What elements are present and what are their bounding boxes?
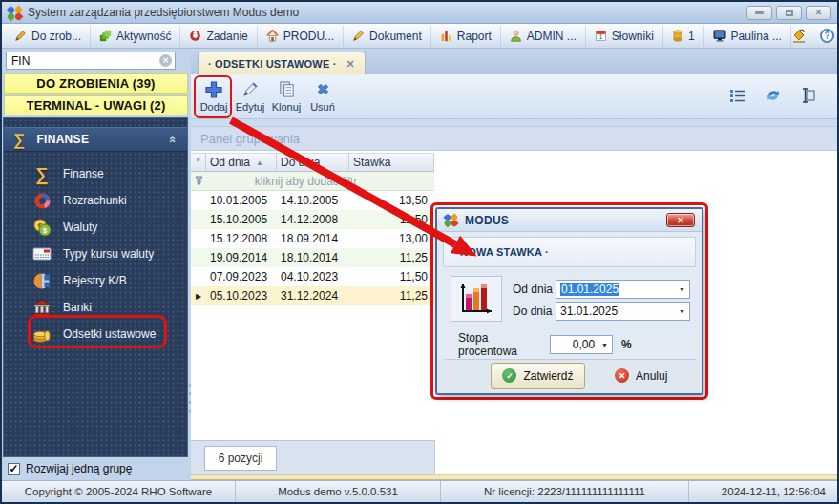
- maximize-button[interactable]: [776, 6, 802, 20]
- style-paint-icon[interactable]: [791, 29, 807, 43]
- nav-search-box[interactable]: ✕: [6, 52, 176, 70]
- new-rate-dialog: MODUS ✕ · NOWA STAWKA · Od dnia 01.01.20…: [435, 207, 703, 395]
- add-button[interactable]: Dodaj: [196, 76, 232, 117]
- status-bar: Copyright © 2005-2024 RHO Software Modus…: [2, 480, 837, 502]
- column-header-do-dnia[interactable]: Do dnia: [277, 154, 349, 171]
- cell-do-dnia: 04.10.2023: [277, 270, 349, 284]
- minimize-icon: [755, 11, 764, 14]
- application-window: System zarządzania przedsiębiorstwem Mod…: [0, 0, 839, 504]
- row-count-badge: 6 pozycji: [204, 446, 277, 471]
- sidebar-item-rejestry-kb[interactable]: Rejestry K/B: [4, 267, 187, 294]
- user-icon: [510, 30, 522, 42]
- sigma-icon: ∑: [13, 132, 25, 148]
- column-header-od-dnia[interactable]: Od dnia ▲: [206, 154, 277, 171]
- sidebar-item-typy-kursu-waluty[interactable]: Typy kursu waluty: [4, 241, 187, 267]
- chevron-down-icon[interactable]: ▼: [598, 342, 608, 348]
- menu-item-zadanie[interactable]: Zadanie: [180, 26, 257, 47]
- sidebar-item-waluty[interactable]: €$ Waluty: [4, 214, 187, 241]
- cell-stawka: 11,50: [349, 270, 434, 284]
- menu-item-do-zrobienia[interactable]: Do zrob...: [6, 26, 91, 47]
- cell-do-dnia: 18.09.2014: [277, 232, 349, 245]
- help-icon[interactable]: ?: [820, 29, 834, 43]
- od-dnia-label: Od dnia: [513, 283, 556, 296]
- sidebar-item-rozrachunki[interactable]: Rozrachunki: [4, 187, 187, 214]
- expand-group-row: ✓ Rozwijaj jedną grupę: [2, 457, 191, 480]
- donut-chart-icon: [32, 191, 52, 210]
- filter-hint: kliknij aby dodać filtr: [206, 175, 434, 188]
- sidebar-item-finanse[interactable]: ∑ Finanse: [4, 160, 187, 187]
- pie-chart-icon: [32, 271, 52, 290]
- menu-item-aktywnosc[interactable]: Aktywność: [91, 26, 180, 47]
- sidebar-item-odsetki-ustawowe[interactable]: Odsetki ustawowe: [4, 321, 187, 347]
- bar-chart-icon: [440, 30, 452, 42]
- table-row[interactable]: 10.01.2005 14.10.2005 13,50: [191, 191, 434, 210]
- menu-item-dokument[interactable]: Dokument: [344, 26, 431, 47]
- select-column-icon[interactable]: [801, 88, 816, 103]
- dialog-button-bar: ✓ Zatwierdź ✕ Anuluj: [437, 359, 702, 393]
- chevron-down-icon[interactable]: ▼: [675, 286, 685, 293]
- column-header-stawka[interactable]: Stawka: [349, 154, 434, 171]
- cell-stawka: 13,50: [349, 194, 434, 207]
- app-logo-icon: [8, 6, 22, 20]
- od-dnia-date-combo[interactable]: 01.01.2025 ▼: [556, 280, 690, 299]
- grid-filter-row[interactable]: kliknij aby dodać filtr: [191, 172, 434, 191]
- tab-close-icon[interactable]: ✕: [346, 58, 355, 71]
- grid-header-row: * Od dnia ▲ Do dnia Stawka: [191, 153, 434, 172]
- do-dnia-value: 31.01.2025: [560, 304, 618, 318]
- confirm-button[interactable]: ✓ Zatwierdź: [491, 363, 585, 388]
- svg-text:1: 1: [599, 33, 603, 40]
- cell-od-dnia: 19.09.2014: [206, 251, 277, 264]
- search-input[interactable]: [10, 53, 159, 69]
- sidebar-item-banki[interactable]: Banki: [4, 294, 187, 321]
- cell-stawka: 11,25: [349, 289, 434, 303]
- collapse-group-icon[interactable]: «: [167, 136, 181, 143]
- edit-button[interactable]: Edytuj: [232, 76, 268, 117]
- coins-currency-icon: €$: [32, 218, 52, 237]
- menu-item-slowniki[interactable]: 1 Słowniki: [586, 26, 663, 47]
- activity-icon: [99, 30, 112, 42]
- terminal-uwagi-button[interactable]: TERMINAL - UWAGI (2): [4, 95, 188, 116]
- close-icon: ✕: [677, 216, 684, 225]
- todo-button[interactable]: DO ZROBIENIA (39): [4, 74, 188, 94]
- cancel-button[interactable]: ✕ Anuluj: [615, 363, 667, 388]
- minimize-button[interactable]: [746, 6, 772, 20]
- table-row-selected[interactable]: ▶ 05.10.2023 31.12.2024 11,25: [191, 286, 434, 305]
- stopa-combo[interactable]: 0,00 ▼: [550, 335, 613, 354]
- rate-table-icon: [32, 244, 52, 263]
- list-view-icon[interactable]: [729, 89, 745, 103]
- menu-item-raport[interactable]: Raport: [431, 26, 501, 47]
- menu-item-produkcja[interactable]: PRODU...: [258, 26, 344, 47]
- percent-suffix: %: [621, 338, 632, 351]
- checkbox-checked-icon[interactable]: ✓: [8, 463, 20, 475]
- indicator-column-icon[interactable]: *: [191, 154, 206, 171]
- cell-od-dnia: 15.10.2005: [206, 213, 277, 226]
- refresh-icon[interactable]: [765, 88, 782, 103]
- coin-stack-icon: [32, 325, 52, 344]
- grouping-panel[interactable]: Panel grupowania: [191, 126, 837, 151]
- menu-item-firma-1[interactable]: 1: [663, 26, 704, 47]
- menu-item-user-paulina[interactable]: Paulina ...: [704, 26, 791, 47]
- clear-search-icon[interactable]: ✕: [159, 54, 172, 67]
- tab-odsetki-ustawowe[interactable]: · ODSETKI USTAWOWE · ✕: [198, 52, 366, 75]
- tab-strip: · ODSETKI USTAWOWE · ✕: [191, 49, 837, 75]
- dialog-title-bar: MODUS ✕: [437, 209, 702, 232]
- delete-button[interactable]: Usuń: [304, 76, 341, 117]
- menu-item-admin[interactable]: ADMIN ...: [501, 26, 586, 47]
- cell-stawka: 13,00: [349, 232, 434, 245]
- close-button[interactable]: ✕: [806, 6, 831, 20]
- table-row[interactable]: 15.12.2008 18.09.2014 13,00: [191, 229, 434, 248]
- chevron-down-icon[interactable]: ▼: [675, 308, 685, 315]
- rate-chart-icon: [451, 276, 502, 322]
- dialog-close-button[interactable]: ✕: [666, 213, 695, 227]
- expand-checkbox-label: Rozwijaj jedną grupę: [26, 462, 132, 475]
- clone-button[interactable]: Klonuj: [268, 76, 304, 117]
- do-dnia-date-combo[interactable]: 31.01.2025 ▼: [556, 302, 690, 321]
- status-copyright: Copyright © 2005-2024 RHO Software: [2, 481, 236, 502]
- table-row[interactable]: 15.10.2005 14.12.2008 11,50: [191, 210, 434, 229]
- table-row[interactable]: 07.09.2023 04.10.2023 11,50: [191, 267, 434, 286]
- cell-do-dnia: 14.12.2008: [277, 213, 349, 226]
- grid-toolbar: Dodaj Edytuj Klonuj Usuń: [191, 74, 837, 119]
- nav-group-finanse[interactable]: ∑ FINANSE «: [4, 127, 187, 152]
- table-row[interactable]: 19.09.2014 18.10.2014 11,25: [191, 248, 434, 267]
- database-icon: [672, 30, 683, 42]
